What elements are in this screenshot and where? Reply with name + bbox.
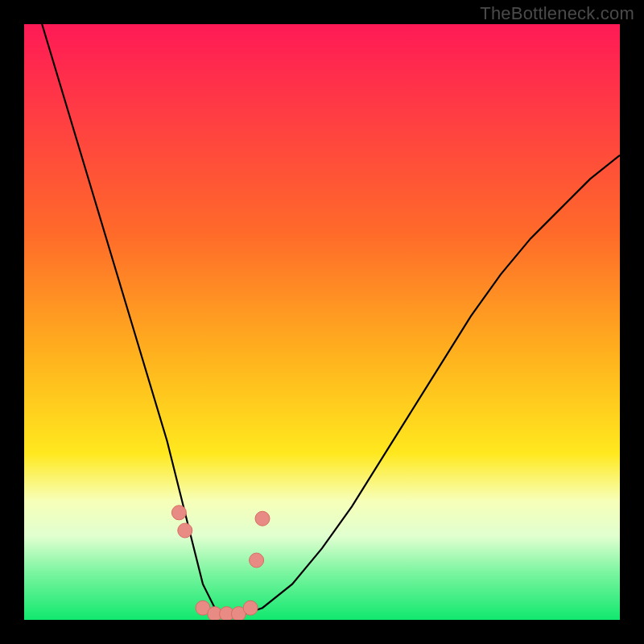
chart-svg <box>24 24 620 620</box>
marker-point <box>178 523 192 538</box>
marker-point <box>250 553 264 568</box>
chart-frame: TheBottleneck.com <box>0 0 644 644</box>
marker-point <box>243 601 258 615</box>
watermark-text: TheBottleneck.com <box>480 3 634 24</box>
marker-point <box>255 511 270 526</box>
plot-area <box>24 24 620 620</box>
marker-point <box>171 506 186 520</box>
gradient-background <box>24 24 620 620</box>
